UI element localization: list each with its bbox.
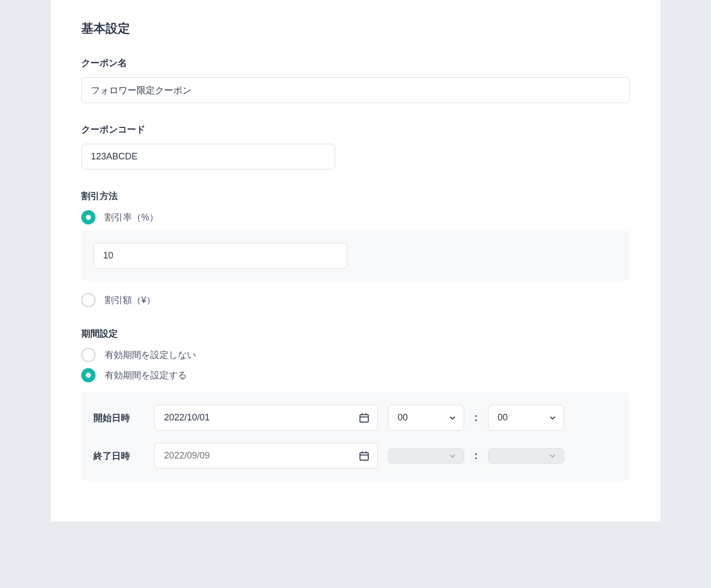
start-date-input-wrap xyxy=(154,405,378,431)
discount-percent-input[interactable] xyxy=(93,243,347,269)
start-date-input[interactable] xyxy=(154,405,378,431)
end-date-input-wrap xyxy=(154,443,378,469)
end-hour-select-wrap xyxy=(388,448,464,464)
start-minute-select[interactable]: 00 xyxy=(488,405,564,431)
start-date-label: 開始日時 xyxy=(93,412,144,424)
coupon-code-group: クーポンコード xyxy=(81,123,630,170)
time-separator: : xyxy=(474,412,478,423)
radio-unselected-icon xyxy=(81,293,95,307)
coupon-name-group: クーポン名 xyxy=(81,57,630,103)
end-date-row: 終了日時 : xyxy=(93,443,618,469)
start-hour-select[interactable]: 00 xyxy=(388,405,464,431)
coupon-code-label: クーポンコード xyxy=(81,123,630,136)
period-none-label: 有効期間を設定しない xyxy=(105,349,196,361)
radio-unselected-icon xyxy=(81,348,95,362)
date-section: 開始日時 00 : xyxy=(81,393,630,481)
radio-selected-icon xyxy=(81,210,95,224)
period-set-radio[interactable]: 有効期間を設定する xyxy=(81,368,630,382)
period-set-label: 有効期間を設定する xyxy=(105,369,187,381)
start-minute-select-wrap: 00 xyxy=(488,405,564,431)
end-minute-select[interactable] xyxy=(488,448,564,464)
end-minute-select-wrap xyxy=(488,448,564,464)
discount-amount-radio[interactable]: 割引額（¥） xyxy=(81,293,630,307)
radio-selected-icon xyxy=(81,368,95,382)
discount-percent-label: 割引率（%） xyxy=(105,211,158,223)
period-label: 期間設定 xyxy=(81,328,630,340)
coupon-name-label: クーポン名 xyxy=(81,57,630,69)
coupon-name-input[interactable] xyxy=(81,77,630,103)
start-hour-select-wrap: 00 xyxy=(388,405,464,431)
discount-percent-radio[interactable]: 割引率（%） xyxy=(81,210,630,224)
start-date-row: 開始日時 00 : xyxy=(93,405,618,431)
time-separator: : xyxy=(474,450,478,462)
period-none-radio[interactable]: 有効期間を設定しない xyxy=(81,348,630,362)
discount-percent-panel xyxy=(81,231,630,281)
coupon-code-input[interactable] xyxy=(81,144,335,170)
end-date-label: 終了日時 xyxy=(93,450,144,462)
discount-method-group: 割引方法 割引率（%） 割引額（¥） xyxy=(81,190,630,307)
discount-amount-label: 割引額（¥） xyxy=(105,294,155,306)
end-date-input[interactable] xyxy=(154,443,378,469)
discount-method-label: 割引方法 xyxy=(81,190,630,202)
period-group: 期間設定 有効期間を設定しない 有効期間を設定する 開始日時 xyxy=(81,328,630,481)
end-hour-select[interactable] xyxy=(388,448,464,464)
section-title: 基本設定 xyxy=(81,20,630,37)
